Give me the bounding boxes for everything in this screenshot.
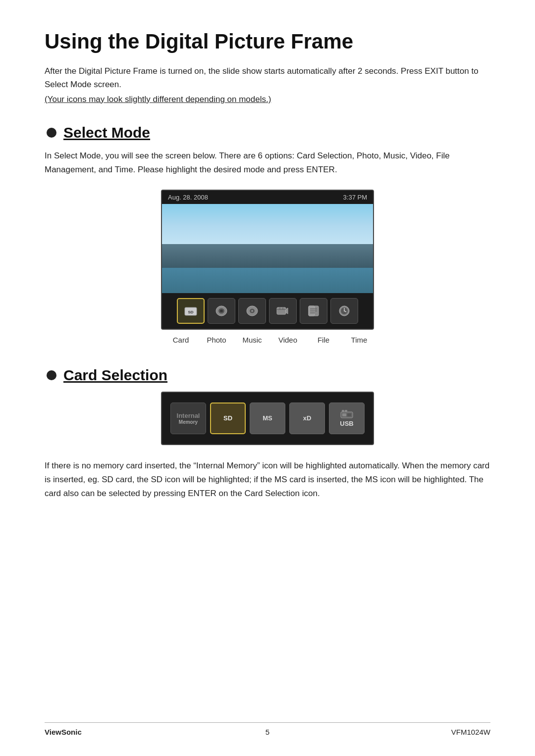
svg-rect-27	[347, 413, 351, 416]
screen-icons-bar: SD	[162, 293, 373, 329]
footer-model: VFM1024W	[451, 728, 490, 736]
card-icon-sd: SD	[210, 403, 246, 434]
svg-text:SD: SD	[188, 310, 193, 314]
intro-note: (Your icons may look slightly different …	[45, 95, 490, 104]
mode-icon-time	[330, 298, 358, 324]
bullet-dot-1	[47, 128, 56, 138]
icon-labels-row: Card Photo Music Video File Time	[45, 336, 490, 344]
icon-label-music: Music	[234, 336, 270, 344]
svg-rect-26	[342, 413, 346, 416]
svg-rect-25	[345, 410, 347, 412]
select-mode-body: In Select Mode, you will see the screen …	[45, 149, 490, 177]
footer-brand: ViewSonic	[45, 728, 82, 736]
icon-label-file: File	[306, 336, 341, 344]
card-icon-usb: USB	[329, 403, 365, 434]
mode-icon-music	[238, 298, 266, 324]
card-icon-xd: xD	[289, 403, 325, 434]
intro-paragraph: After the Digital Picture Frame is turne…	[45, 64, 490, 91]
select-mode-section: Select Mode In Select Mode, you will see…	[45, 124, 490, 344]
mode-icon-video	[269, 298, 297, 324]
mode-icon-photo	[208, 298, 235, 324]
card-icon-ms: MS	[250, 403, 285, 434]
card-selection-screen: Internal Memory SD MS xD	[161, 392, 374, 445]
card-selection-heading: Card Selection	[45, 367, 490, 384]
card-selection-section: Card Selection Internal Memory SD MS	[45, 367, 490, 501]
select-mode-title: Select Mode	[63, 124, 150, 141]
main-title: Using the Digital Picture Frame	[45, 30, 490, 53]
select-mode-heading: Select Mode	[45, 124, 490, 141]
svg-marker-9	[286, 308, 288, 314]
mode-icon-file	[300, 298, 327, 324]
page-footer: ViewSonic 5 VFM1024W	[45, 722, 490, 736]
screen-date: Aug. 28. 2008	[168, 194, 208, 201]
svg-point-22	[344, 310, 345, 311]
screen-topbar: Aug. 28. 2008 3:37 PM	[162, 191, 373, 204]
card-icon-internal: Internal Memory	[170, 403, 206, 434]
screen-photo	[162, 204, 373, 293]
card-selection-body: If there is no memory card inserted, the…	[45, 459, 490, 501]
card-icons-row: Internal Memory SD MS xD	[170, 403, 365, 434]
svg-point-4	[220, 309, 223, 312]
footer-page: 5	[266, 728, 269, 736]
bullet-dot-2	[47, 370, 56, 380]
svg-rect-8	[277, 307, 286, 314]
screen-time: 3:37 PM	[343, 194, 367, 201]
select-mode-screen: Aug. 28. 2008 3:37 PM SD	[161, 190, 374, 330]
icon-label-card: Card	[163, 336, 199, 344]
svg-rect-24	[342, 410, 344, 412]
card-selection-title: Card Selection	[63, 367, 167, 384]
icon-label-video: Video	[270, 336, 306, 344]
icon-label-time: Time	[341, 336, 377, 344]
svg-point-7	[252, 310, 253, 311]
icon-label-photo: Photo	[199, 336, 234, 344]
mode-icon-card: SD	[177, 298, 205, 324]
